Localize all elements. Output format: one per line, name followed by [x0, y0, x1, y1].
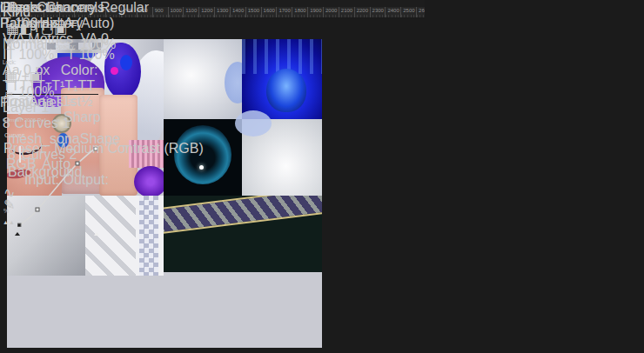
fill-select[interactable]: 100%: [19, 84, 55, 99]
layer-row-curves2-selected[interactable]: 8 Curves 2: [0, 147, 131, 164]
tab-channels[interactable]: Channels: [45, 0, 104, 15]
layer-name[interactable]: Layer 1: [3, 100, 49, 115]
ruler-tick: 2200: [354, 7, 355, 17]
smooth-curve-icon[interactable]: %: [3, 208, 9, 214]
opacity-label: Opacity:: [55, 43, 76, 50]
gold-ornament-tile: [164, 196, 322, 272]
tab-paths[interactable]: Paths: [0, 16, 36, 30]
silver-gradient-tile: [242, 119, 322, 197]
layer-row-mesh[interactable]: mesh_sonaShape_: [0, 131, 131, 147]
fill-label: Fill:: [5, 91, 14, 97]
layer-name[interactable]: Background: [8, 164, 82, 179]
input-gradient-bar: [17, 228, 97, 231]
ruler-tick: 2500: [400, 7, 401, 17]
opacity-select[interactable]: 100%: [80, 37, 116, 51]
ruler-tick: 2000: [323, 7, 324, 17]
ruler-tick: 1400: [230, 7, 231, 17]
layers-panel-tabs: Layers Channels Paths History: [0, 0, 106, 31]
ruler-tick: 2400: [385, 7, 386, 17]
edit-points-tool-icon[interactable]: ∿: [2, 184, 13, 195]
blend-mode-select[interactable]: Normal: [3, 37, 48, 51]
photoshop-window: × 01002003004005006007008009001000110012…: [0, 0, 644, 353]
lock-transparency-icon[interactable]: ▦: [4, 68, 17, 84]
ruler-tick: 2600: [416, 7, 417, 17]
lock-label: Lock:: [3, 59, 17, 65]
tab-history[interactable]: History: [39, 16, 83, 30]
layer-row-layer1[interactable]: Layer 1: [0, 100, 131, 116]
layer-name[interactable]: mesh_sonaShape_: [8, 131, 128, 146]
ruler-tick: 2100: [339, 7, 339, 17]
layer-name[interactable]: Curves 2: [21, 147, 77, 162]
ruler-tick: 1700: [276, 7, 277, 17]
layer-row-background[interactable]: Background: [0, 164, 131, 180]
blue-cave-orb-tile: [242, 39, 322, 119]
ruler-tick: 1800: [292, 7, 292, 17]
mask-link-icon: 8: [8, 147, 16, 162]
black-point-slider[interactable]: [15, 232, 20, 236]
blend-row: Normal Opacity: 100%: [0, 37, 131, 52]
ruler-tick: 1500: [245, 7, 246, 17]
ruler-tick: 1300: [214, 7, 215, 17]
white-point-slider[interactable]: [94, 232, 99, 236]
lock-position-icon[interactable]: +: [22, 69, 30, 84]
clipping-warning-icon[interactable]: ▲▲: [3, 219, 15, 225]
ruler-tick: 2300: [370, 7, 371, 17]
layer-row-curves1[interactable]: 8 Curves 1: [0, 116, 131, 131]
layers-panel-column: Layers Channels Paths History Kind ▦ ◧ T…: [0, 0, 131, 180]
ruler-tick: 1900: [307, 7, 308, 17]
lock-row: Lock: ▦ / + ▣ Fill: 100%: [0, 52, 131, 100]
lock-artboard-icon[interactable]: ▣: [30, 68, 43, 84]
ruler-tick: 1600: [261, 7, 262, 17]
tab-layers[interactable]: Layers: [0, 0, 42, 15]
mask-link-icon: 8: [3, 116, 10, 130]
layer-name[interactable]: Curves 1: [14, 116, 70, 130]
